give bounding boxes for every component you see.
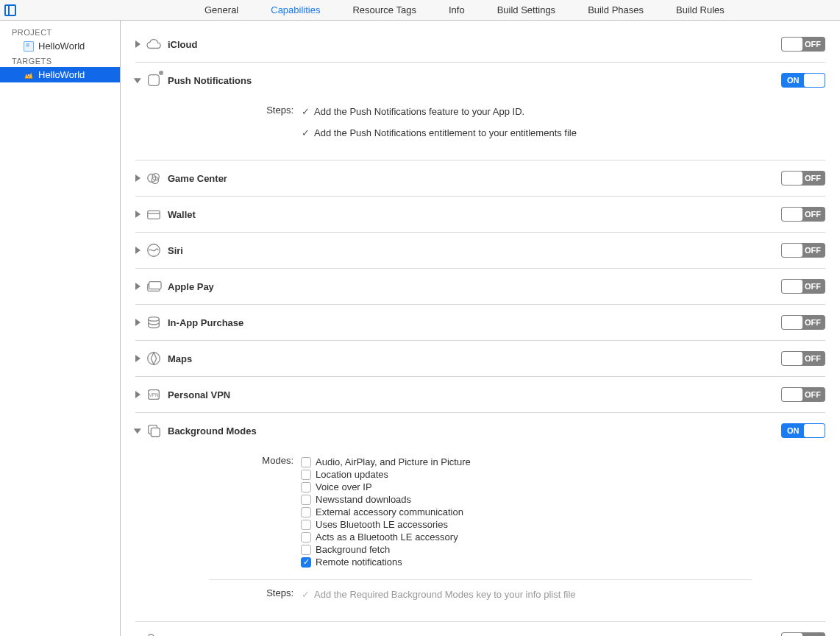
tab-capabilities[interactable]: Capabilities [269,1,321,18]
sidebar-item-project[interactable]: HelloWorld [0,38,120,54]
capability-row-background-modes: Background Modes ON Modes: Audio, AirPla… [135,413,825,622]
tab-build-phases[interactable]: Build Phases [586,1,645,18]
capability-toggle[interactable]: OFF [781,279,825,294]
svg-rect-1 [149,75,160,86]
capability-row-personal-vpn: VPN Personal VPN OFF [135,377,825,413]
svg-text:VPN: VPN [149,392,159,398]
disclosure-triangle-icon[interactable] [134,428,141,434]
capability-toggle[interactable]: OFF [781,387,825,402]
capability-toggle[interactable]: ON [781,73,825,88]
cloud-icon [146,36,162,52]
vpn-icon: VPN [146,386,162,403]
editor-tabs: General Capabilities Resource Tags Info … [203,1,726,18]
maps-icon [146,350,162,367]
in-app-purchase-icon [146,314,162,331]
checkmark-icon: ✓ [301,107,310,116]
mode-checkbox-bluetooth-accessories[interactable] [301,520,311,530]
step-text: Add the Push Notifications feature to yo… [314,106,524,117]
checkmark-icon: ✓ [301,129,310,138]
disclosure-triangle-icon[interactable] [135,319,140,326]
project-file-icon [24,41,34,52]
disclosure-triangle-icon[interactable] [135,211,140,218]
capability-toggle[interactable]: OFF [781,632,825,636]
svg-point-0 [28,74,29,75]
left-panel-toggle-icon[interactable] [4,4,16,16]
disclosure-triangle-icon[interactable] [134,78,141,83]
tab-build-settings[interactable]: Build Settings [496,1,558,18]
background-modes-icon [146,423,162,439]
disclosure-triangle-icon[interactable] [135,174,140,182]
capability-title: Personal VPN [168,389,781,400]
capability-toggle[interactable]: OFF [781,171,825,186]
app-target-icon [24,70,34,80]
capability-row-push-notifications: Push Notifications ON Steps: ✓ Add the P… [135,63,825,160]
mode-checkbox-external-accessory[interactable] [301,507,311,517]
capability-title: Push Notifications [168,75,781,86]
sidebar-item-label: HelloWorld [38,69,85,80]
mode-label: Uses Bluetooth LE accessories [316,519,448,530]
capability-row-maps: Maps OFF [135,341,825,377]
mode-label: Background fetch [316,544,390,555]
disclosure-triangle-icon[interactable] [135,391,140,398]
mode-label: Newsstand downloads [316,494,411,505]
tab-resource-tags[interactable]: Resource Tags [351,1,417,18]
steps-label: Steps: [135,587,301,601]
capability-toggle[interactable]: OFF [781,315,825,330]
sidebar-item-target[interactable]: HelloWorld [0,67,120,82]
sidebar-header-project: PROJECT [0,25,120,38]
mode-label: Location updates [316,469,388,480]
capability-title: In-App Purchase [168,317,781,328]
project-navigator-sidebar: PROJECT HelloWorld TARGETS HelloWorld [0,21,121,636]
capability-title: Maps [168,353,781,364]
editor-tabbar: General Capabilities Resource Tags Info … [0,0,840,21]
mode-label: External accessory communication [316,506,463,517]
background-modes-list: Audio, AirPlay, and Picture in Picture L… [301,455,825,569]
mode-checkbox-audio[interactable] [301,457,311,467]
capability-row-apple-pay: Apple Pay OFF [135,269,825,305]
sidebar-header-targets: TARGETS [0,54,120,67]
step-text: Add the Required Background Modes key to… [314,589,576,600]
capability-title: Wallet [168,209,781,220]
capability-row-keychain-sharing: Keychain Sharing OFF [135,622,825,636]
tab-info[interactable]: Info [447,1,466,18]
capability-toggle[interactable]: OFF [781,351,825,366]
capability-toggle[interactable]: OFF [781,37,825,52]
disclosure-triangle-icon[interactable] [135,40,140,48]
capability-row-game-center: Game Center OFF [135,160,825,197]
mode-label: Voice over IP [316,481,372,492]
mode-checkbox-background-fetch[interactable] [301,545,311,555]
svg-point-9 [149,317,160,322]
capability-row-siri: Siri OFF [135,233,825,269]
disclosure-triangle-icon[interactable] [135,355,140,362]
capability-row-icloud: iCloud OFF [135,26,825,63]
capability-toggle[interactable]: OFF [781,243,825,258]
capability-title: Game Center [168,173,781,184]
apple-pay-icon [146,278,162,294]
step-text: Add the Push Notifications entitlement t… [314,127,577,138]
disclosure-triangle-icon[interactable] [135,283,140,290]
modes-label: Modes: [135,455,301,569]
status-indicator-dot-icon [159,71,163,75]
checkmark-icon: ✓ [301,590,310,599]
wallet-icon [146,206,162,222]
mode-label: Audio, AirPlay, and Picture in Picture [316,456,471,467]
disclosure-triangle-icon[interactable] [135,247,140,254]
mode-checkbox-voip[interactable] [301,482,311,492]
capability-toggle[interactable]: OFF [781,207,825,222]
capability-toggle[interactable]: ON [781,423,825,438]
tab-general[interactable]: General [203,1,240,18]
tab-build-rules[interactable]: Build Rules [675,1,726,18]
mode-label: Remote notifications [316,556,402,568]
capability-row-in-app-purchase: In-App Purchase OFF [135,305,825,341]
svg-rect-14 [151,428,160,437]
steps-label: Steps: [135,105,301,119]
capability-title: Background Modes [168,425,781,437]
section-divider [209,579,752,580]
push-notification-icon [146,72,162,88]
mode-checkbox-location[interactable] [301,470,311,480]
mode-checkbox-bluetooth-peripheral[interactable] [301,532,311,543]
mode-label: Acts as a Bluetooth LE accessory [316,531,458,543]
svg-point-10 [148,353,160,365]
mode-checkbox-newsstand[interactable] [301,495,311,505]
mode-checkbox-remote-notifications[interactable] [301,557,311,568]
